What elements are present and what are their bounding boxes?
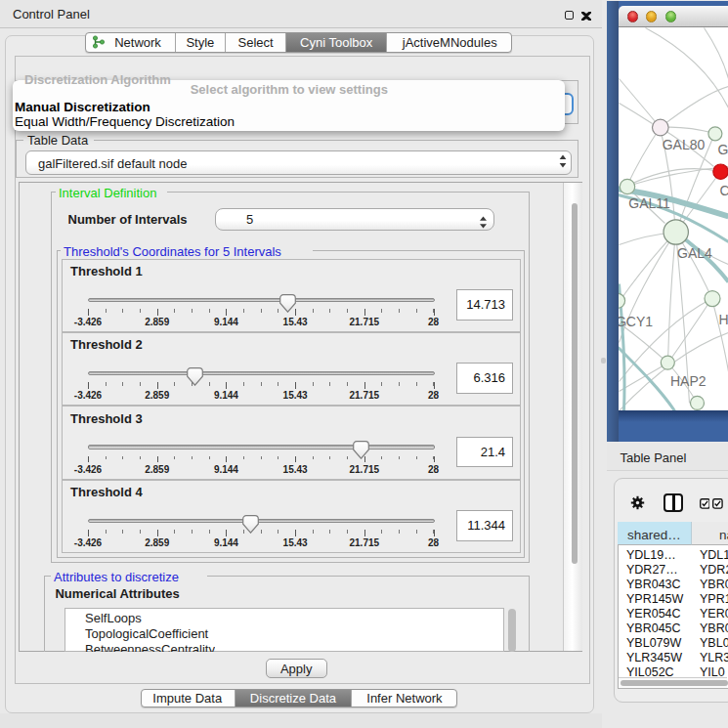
svg-text:GCY1: GCY1 [619,314,653,329]
svg-text:GA: GA [717,141,728,156]
svg-text:HAP2: HAP2 [670,373,707,389]
svg-text:GAL80: GAL80 [662,136,705,151]
svg-text:GAL11: GAL11 [628,195,670,211]
svg-text:C: C [719,182,728,197]
svg-text:GAL4: GAL4 [677,245,712,261]
svg-text:H: H [718,311,728,326]
